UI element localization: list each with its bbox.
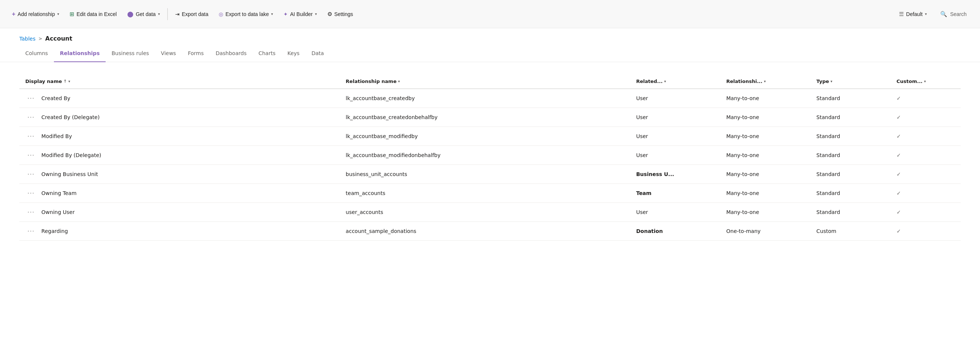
cell-custom: ✓	[890, 184, 961, 203]
row-context-menu-button[interactable]: ···	[25, 189, 37, 197]
cell-custom: ✓	[890, 203, 961, 222]
search-icon: 🔍	[940, 11, 947, 18]
row-context-menu-button[interactable]: ···	[25, 94, 37, 102]
related-value: Team	[636, 190, 651, 196]
custom-checkmark: ✓	[896, 190, 901, 196]
display-name-text: Regarding	[41, 228, 68, 234]
col-reltype-chevron: ▾	[764, 79, 766, 83]
cell-relationship-name: team_accounts	[340, 184, 630, 203]
breadcrumb-separator: >	[39, 36, 42, 41]
cell-relationship-name: lk_accountbase_createdby	[340, 89, 630, 108]
cell-related: Team	[630, 184, 720, 203]
cell-relationship-type: Many-to-one	[721, 184, 810, 203]
col-header-related[interactable]: Related... ▾	[630, 74, 720, 89]
edit-excel-icon: ⊞	[70, 11, 75, 18]
edit-excel-button[interactable]: ⊞ Edit data in Excel	[65, 8, 121, 20]
search-button[interactable]: 🔍 Search	[934, 8, 972, 20]
cell-display-name: ··· Created By	[19, 89, 340, 108]
row-context-menu-button[interactable]: ···	[25, 208, 37, 216]
toolbar: + Add relationship ▾ ⊞ Edit data in Exce…	[0, 0, 980, 28]
get-data-label: Get data	[136, 11, 156, 17]
col-display-name-chevron: ▾	[68, 79, 70, 83]
tab-keys[interactable]: Keys	[282, 45, 306, 62]
cell-related: User	[630, 89, 720, 108]
col-custom-label: Custom...	[896, 78, 922, 84]
col-reltype-label: Relationshi...	[726, 78, 762, 84]
row-context-menu-button[interactable]: ···	[25, 151, 37, 159]
custom-checkmark: ✓	[896, 95, 901, 101]
export-data-label: Export data	[182, 11, 208, 17]
table-row: ··· Created By (Delegate) lk_accountbase…	[19, 108, 961, 127]
settings-button[interactable]: ⚙ Settings	[323, 8, 358, 20]
breadcrumb-tables-link[interactable]: Tables	[19, 36, 36, 42]
custom-checkmark: ✓	[896, 228, 901, 234]
cell-type: Standard	[810, 203, 890, 222]
cell-relationship-type: Many-to-one	[721, 108, 810, 127]
get-data-icon: ⬤	[127, 11, 134, 18]
table-row: ··· Owning Business Unit business_unit_a…	[19, 165, 961, 184]
table-row: ··· Owning User user_accountsUserMany-to…	[19, 203, 961, 222]
row-context-menu-button[interactable]: ···	[25, 227, 37, 235]
relationships-table: Display name ↑ ▾ Relationship name ▾ Rel…	[19, 74, 961, 241]
tab-relationships[interactable]: Relationships	[54, 45, 106, 62]
custom-checkmark: ✓	[896, 171, 901, 177]
col-custom-chevron: ▾	[924, 79, 926, 83]
ai-builder-icon: ✦	[283, 11, 288, 17]
tab-charts[interactable]: Charts	[253, 45, 282, 62]
table-header-row: Display name ↑ ▾ Relationship name ▾ Rel…	[19, 74, 961, 89]
cell-relationship-type: Many-to-one	[721, 89, 810, 108]
add-relationship-button[interactable]: + Add relationship ▾	[8, 8, 64, 20]
tab-data[interactable]: Data	[305, 45, 329, 62]
row-context-menu-button[interactable]: ···	[25, 132, 37, 140]
cell-relationship-type: Many-to-one	[721, 146, 810, 165]
cell-custom: ✓	[890, 108, 961, 127]
table-row: ··· Owning Team team_accountsTeamMany-to…	[19, 184, 961, 203]
tab-views[interactable]: Views	[155, 45, 182, 62]
get-data-button[interactable]: ⬤ Get data ▾	[123, 8, 164, 20]
related-value: Business U...	[636, 171, 674, 177]
default-button[interactable]: ☰ Default ▾	[894, 8, 931, 20]
tab-forms[interactable]: Forms	[182, 45, 210, 62]
col-rel-name-chevron: ▾	[398, 79, 400, 83]
default-chevron: ▾	[925, 12, 927, 16]
export-lake-button[interactable]: ◎ Export to data lake ▾	[214, 9, 277, 19]
col-header-relationship-name[interactable]: Relationship name ▾	[340, 74, 630, 89]
cell-display-name: ··· Regarding	[19, 222, 340, 241]
table-row: ··· Modified By lk_accountbase_modifiedb…	[19, 127, 961, 146]
col-header-reltype[interactable]: Relationshi... ▾	[721, 74, 810, 89]
export-lake-chevron: ▾	[271, 12, 273, 16]
custom-checkmark: ✓	[896, 152, 901, 158]
settings-icon: ⚙	[327, 11, 332, 18]
ai-builder-button[interactable]: ✦ AI Builder ▾	[279, 9, 321, 19]
col-header-display-name[interactable]: Display name ↑ ▾	[19, 74, 340, 89]
custom-checkmark: ✓	[896, 114, 901, 120]
tab-dashboards[interactable]: Dashboards	[210, 45, 253, 62]
cell-custom: ✓	[890, 146, 961, 165]
breadcrumb-current: Account	[45, 35, 73, 42]
add-relationship-label: Add relationship	[18, 11, 55, 17]
search-label: Search	[950, 11, 967, 17]
col-header-custom[interactable]: Custom... ▾	[890, 74, 961, 89]
display-name-text: Owning Business Unit	[41, 171, 98, 177]
cell-relationship-name: business_unit_accounts	[340, 165, 630, 184]
display-name-text: Owning User	[41, 209, 75, 215]
row-context-menu-button[interactable]: ···	[25, 113, 37, 121]
col-header-type[interactable]: Type ▾	[810, 74, 890, 89]
display-name-text: Created By	[41, 95, 70, 101]
display-name-text: Modified By (Delegate)	[41, 152, 101, 158]
add-relationship-chevron: ▾	[57, 12, 59, 16]
cell-display-name: ··· Created By (Delegate)	[19, 108, 340, 127]
export-lake-icon: ◎	[219, 11, 223, 17]
cell-related: Business U...	[630, 165, 720, 184]
cell-custom: ✓	[890, 127, 961, 146]
tab-columns[interactable]: Columns	[19, 45, 54, 62]
sort-asc-icon: ↑	[64, 79, 67, 84]
row-context-menu-button[interactable]: ···	[25, 170, 37, 178]
cell-relationship-type: Many-to-one	[721, 203, 810, 222]
cell-related: User	[630, 108, 720, 127]
tab-business-rules[interactable]: Business rules	[106, 45, 155, 62]
cell-relationship-type: Many-to-one	[721, 127, 810, 146]
cell-display-name: ··· Owning Team	[19, 184, 340, 203]
export-data-icon: ⇥	[175, 11, 180, 17]
export-data-button[interactable]: ⇥ Export data	[171, 9, 213, 19]
